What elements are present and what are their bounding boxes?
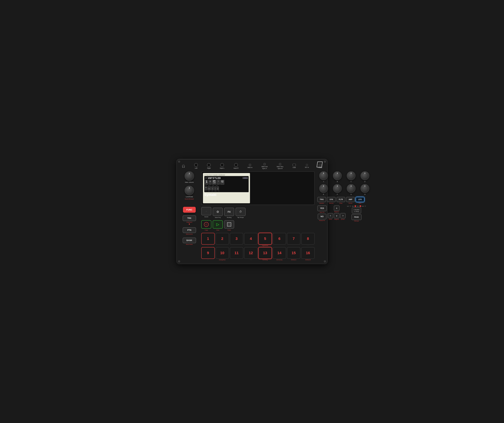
step-10-button[interactable]: 10 [216,247,229,259]
encoder-a[interactable] [319,171,328,180]
syn-button[interactable]: SYN [327,197,336,202]
step-row-1: 1 ······· 2 3 4 [201,233,315,246]
routing-button[interactable]: FX [224,208,234,216]
step-15-wrap: 15 M3/Mod A [287,247,300,260]
connector-input-r: Input R [234,163,238,169]
connector-midi-out: MIDI OutSync A [262,163,268,169]
arrow-down-sublabel: Rtrg/Oct- [334,219,339,220]
arrow-right-button[interactable]: > [340,213,346,218]
label-midi-thru: MIDI ThruSync B [277,166,283,169]
step-9-num: 9 [207,251,209,255]
step-15-button[interactable]: 15 [287,247,300,259]
arrow-down-button[interactable]: ∨ [334,213,340,218]
screen-clock-cell: ◷ [209,180,211,185]
trig-button[interactable]: TRIG [317,197,326,202]
step-7-button[interactable]: 7 [287,233,300,244]
save-proj-button[interactable]: ⚙ [213,208,223,216]
step-12-button[interactable]: 12 [244,247,258,259]
amp-button[interactable]: AMP [346,197,355,202]
copy-button[interactable]: ○ [201,220,211,229]
port-input-l [220,163,224,167]
lfo-sublabel: Mixer [359,203,361,204]
step-10-num: 10 [220,251,224,255]
level-data-section: Level/Data Sound Browser [185,186,194,200]
play-row: ○ Copy ▷ Clear □ Paste [201,220,315,231]
connector-left: Left [194,163,198,169]
step-3-button[interactable]: 3 [230,233,243,244]
transport-save-proj: ⚙ Save Proj [213,208,223,218]
step-4-button[interactable]: 4 [244,233,258,244]
label-right: Right [207,167,211,169]
encoder-h-wrap: H [360,184,369,195]
ptn-button[interactable]: PTN [183,227,196,233]
label-input-l: Input L [220,167,225,169]
screen-tag: A09 [205,177,207,179]
modifier-page-group: 1:4 2:4 3:4 4:4 ∧ Modifier ∨ Setup [347,205,366,222]
encoder-a-wrap: A [319,171,328,182]
tap-tempo-button[interactable]: ⏱ [235,208,246,216]
screen-wave2-icon: ∿∿ [208,188,210,190]
connector-midi-in: MIDI In [248,164,252,168]
step-1-button[interactable]: 1 [201,233,215,244]
encoder-h[interactable] [360,184,369,193]
step-9-button[interactable]: 9 [201,247,215,259]
step-10-wrap: 10 Analog/Mute [216,247,229,260]
step-16-button[interactable]: 16 [301,247,315,259]
connector-power: Power [318,164,322,169]
modifier-button[interactable]: ∧ Modifier ∨ Setup [352,208,361,214]
led-4-4 [365,205,366,207]
step-13-button[interactable]: 13 [258,247,272,259]
encoder-d[interactable] [360,171,369,180]
screw-tr [324,161,326,163]
step-9-sub: ······· [207,259,209,260]
right-column: A B C D E [317,171,371,260]
encoder-f-label: F [337,194,338,195]
encoder-c-wrap: C [347,171,355,182]
step-7-wrap: 7 [287,233,300,246]
step-2-button[interactable]: 2 [216,233,229,244]
arrow-up-button[interactable]: ∧ [334,205,340,211]
func-button[interactable]: FUNC [183,207,196,213]
encoder-e[interactable] [319,184,328,193]
yes-sublabel: Save Ptn [320,212,324,213]
step-5-button[interactable]: 5 [258,233,272,244]
step-3-num: 3 [235,237,238,241]
screen-lev-icon: ▮ [206,187,206,188]
step-6-button[interactable]: 6 [273,233,286,244]
step-9-wrap: 9 ······· [201,247,215,260]
screen-bpm: ♩120.0 [242,177,248,179]
lfo-button[interactable]: LFO [356,197,364,202]
dots-button[interactable]: ··· [201,207,211,215]
encoder-f[interactable] [333,184,342,193]
yes-no-arrow-row: YES Save Ptn NO Reload Ptn ∧ Rtrg/Oct+ [317,205,371,222]
led-2-4 [355,205,356,207]
step-11-button[interactable]: 11 [230,247,243,259]
screen-bpm-val: 128 [213,182,216,184]
screen-lev-cell: ▮ [205,186,207,190]
no-button[interactable]: NO [318,214,326,219]
step-16-wrap: 16 M4/Mod B [301,247,315,260]
step-14-button[interactable]: 14 [273,247,286,259]
encoder-c[interactable] [347,171,355,180]
clear-button[interactable]: ▷ [213,220,223,229]
encoder-g-label: G [350,194,352,195]
arrow-left-wrap: < μTime- [328,213,333,220]
encoder-g[interactable] [347,184,355,193]
bank-button[interactable]: BANK [183,238,196,243]
label-midi-in: MIDI In [248,167,252,168]
paste-button[interactable]: □ [224,220,234,229]
trk-button[interactable]: TRK [183,215,196,221]
encoder-b[interactable] [333,171,342,180]
level-data-knob[interactable] [185,186,194,195]
main-volume-knob[interactable] [185,171,194,181]
page-button[interactable]: PAGE [351,214,361,220]
step-8-button[interactable]: 8 [301,233,315,244]
port-usb [293,164,296,166]
arrow-left-button[interactable]: < [328,213,333,218]
screen-dest: DEST [216,185,218,186]
yes-button[interactable]: YES [317,205,327,211]
fltr-button[interactable]: FLTR [336,197,345,202]
encoder-row-bottom: E F G H [317,184,371,195]
port-right [207,163,211,167]
left-column: Main Volume Level/Data Sound Browser FUN… [180,171,198,260]
